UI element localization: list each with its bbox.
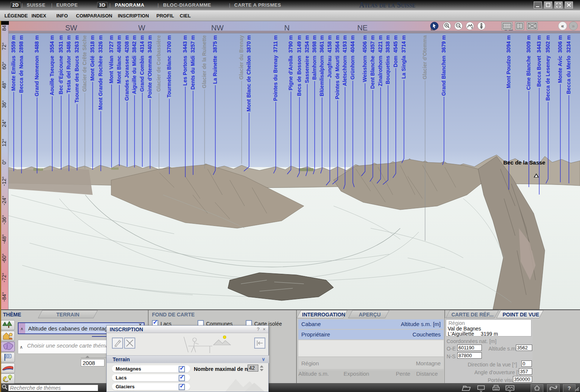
menu-item-légende[interactable]: LÉGENDE: [4, 13, 28, 19]
maximize-button[interactable]: [554, 1, 563, 9]
back-button[interactable]: «: [558, 21, 567, 30]
peak-label: Testa del Rutor 3486 m: [66, 35, 72, 93]
altitude-input[interactable]: 3562: [516, 345, 532, 351]
compass-label-ne: NE: [357, 24, 368, 32]
theme-transport-button[interactable]: [1, 363, 15, 373]
minimize-button[interactable]: [534, 1, 542, 9]
theme-mind-button[interactable]: [1, 342, 15, 352]
menu-item-index[interactable]: INDEX: [32, 13, 46, 19]
theme-society-button[interactable]: [1, 331, 15, 341]
close-button[interactable]: [565, 1, 573, 9]
compass-label-sw: SW: [65, 24, 77, 32]
dialog-help-icon[interactable]: ?: [257, 326, 259, 332]
menu-item-profil[interactable]: PROFIL: [156, 13, 174, 19]
nav-suisse[interactable]: SUISSE: [27, 2, 46, 8]
restore-button[interactable]: [544, 1, 552, 9]
peak-label: Monte Emilius 3559 m: [11, 35, 16, 91]
home-button[interactable]: [531, 384, 543, 392]
layer-row-glaciers[interactable]: Glaciers: [112, 383, 190, 390]
tab-terrain[interactable]: TERRAIN: [56, 312, 79, 318]
menu-item-comparaison[interactable]: COMPARAISON: [76, 13, 112, 19]
close-split-button[interactable]: [527, 22, 538, 30]
spinner-down-icon[interactable]: [260, 369, 264, 371]
year-slider-thumb[interactable]: [85, 356, 90, 358]
ns-input[interactable]: 87800: [457, 352, 482, 359]
nav-bloc-diagramme[interactable]: BLOC-DIAGRAMME: [163, 2, 211, 8]
menu-item-info[interactable]: INFO: [56, 13, 68, 19]
angle-tick: -60°: [1, 251, 7, 266]
mode-2d-button[interactable]: 2D: [10, 2, 21, 8]
glacier-label: Glacier de Crête Sèche: [82, 35, 87, 92]
oe-input[interactable]: 601190: [457, 345, 482, 351]
people-house-icon: [1, 331, 14, 340]
print-icon[interactable]: [491, 385, 501, 392]
range-input[interactable]: 350000: [513, 376, 532, 382]
link-button[interactable]: [547, 384, 560, 392]
dialog-titlebar[interactable]: INSCRIPTION ? ×: [107, 326, 268, 333]
panorama-view[interactable]: Monte Emilius 3559 mBecca de Nona 2898 m…: [0, 21, 580, 309]
axis-corner-block: [1, 21, 9, 25]
export-view-icon[interactable]: [476, 385, 486, 392]
max-names-input[interactable]: 42: [248, 365, 258, 372]
menu-item-ciel[interactable]: CIEL: [180, 13, 191, 19]
tab-carte-de-reference[interactable]: CARTE DE RÉF...: [451, 312, 494, 318]
viewpoint-height-button[interactable]: [477, 22, 485, 30]
open-folder-icon[interactable]: [461, 385, 471, 392]
train-icon: [1, 363, 14, 373]
forward-button[interactable]: »: [569, 21, 578, 30]
viewpoint-peak-elevation: 3199 m: [481, 331, 498, 337]
snapshot-icon[interactable]: [505, 385, 515, 392]
theme-communication-button[interactable]: [1, 373, 15, 383]
tab-theme[interactable]: THÈME: [3, 312, 21, 318]
cabane-label: Cabane: [301, 321, 321, 327]
edit-annotation-button[interactable]: [112, 338, 123, 349]
menu-item-inscription[interactable]: INSCRIPTION: [118, 13, 149, 19]
peak-label: Grünhorn 4044 m: [350, 35, 355, 80]
delete-annotation-button[interactable]: [124, 338, 135, 349]
theme-nature-button[interactable]: [1, 320, 15, 330]
inscription-dialog[interactable]: INSCRIPTION ? × Terrain ∨ MontagnesLacsG…: [106, 325, 269, 392]
checked-checkbox-icon[interactable]: [179, 375, 185, 381]
mode-3d-button[interactable]: 3D: [97, 2, 107, 8]
peak-label: Mont Gelé 3518 m: [90, 35, 95, 81]
nav-europe[interactable]: EUROPE: [56, 2, 78, 8]
dropdown-collapse-cap[interactable]: ∧: [20, 345, 23, 350]
peak-label: Grandes Jorasses 4208 m: [124, 35, 130, 101]
dropdown-collapse-cap[interactable]: ∧: [19, 323, 25, 333]
tab-apercu[interactable]: APERÇU: [359, 312, 381, 318]
coordinates-label: Coordonnées nat. [m]: [447, 338, 497, 344]
peak-label: Balmhorn 3698 m: [312, 35, 317, 80]
pan-view-button[interactable]: [466, 22, 474, 30]
layer-row-lacs[interactable]: Lacs: [112, 374, 190, 381]
layer-row-label: Glaciers: [116, 384, 135, 389]
terrain-section-header[interactable]: Terrain ∨: [107, 355, 269, 363]
zoom-out-icon: [455, 22, 462, 30]
theme-state-button[interactable]: [1, 352, 15, 362]
year-value[interactable]: 2008: [81, 359, 105, 366]
chevron-down-icon[interactable]: ∨: [262, 356, 265, 362]
checked-checkbox-icon[interactable]: [179, 366, 185, 372]
select-tool-button[interactable]: [430, 22, 438, 30]
zoom-out-button[interactable]: [454, 22, 463, 30]
tab-point-de-vue[interactable]: POINT DE VUE: [503, 312, 539, 318]
split-horizontal-button[interactable]: [501, 22, 513, 30]
primary-theme-value: Altitude des cabanes de montagne: [28, 325, 114, 332]
nav-panorama[interactable]: PANORAMA: [115, 2, 145, 8]
pan-mountains-icon: [466, 22, 474, 30]
checked-checkbox-icon[interactable]: [179, 384, 185, 390]
split-vertical-button[interactable]: [515, 22, 524, 30]
help-button[interactable]: ?: [563, 384, 576, 392]
direction-input[interactable]: 0: [521, 361, 532, 367]
tab-interrogation[interactable]: INTERROGATION: [302, 312, 345, 318]
layer-row-montagnes[interactable]: Montagnes: [112, 365, 190, 372]
nav-carte-a-prismes[interactable]: CARTE A PRISMES: [234, 2, 281, 8]
peak-label: Becs de Bosson 3149 m: [296, 35, 302, 96]
collapse-dialog-button[interactable]: [254, 338, 265, 349]
search-input[interactable]: Recherche de thèmes: [8, 385, 98, 391]
dialog-close-icon[interactable]: ×: [263, 326, 266, 332]
angle-input[interactable]: 357: [519, 368, 532, 375]
zoom-in-button[interactable]: [443, 22, 451, 30]
resize-grip[interactable]: [574, 386, 580, 392]
peak-labels-layer: Monte Emilius 3559 mBecca de Nona 2898 m…: [0, 21, 580, 309]
spinner-up-icon[interactable]: [260, 365, 264, 368]
